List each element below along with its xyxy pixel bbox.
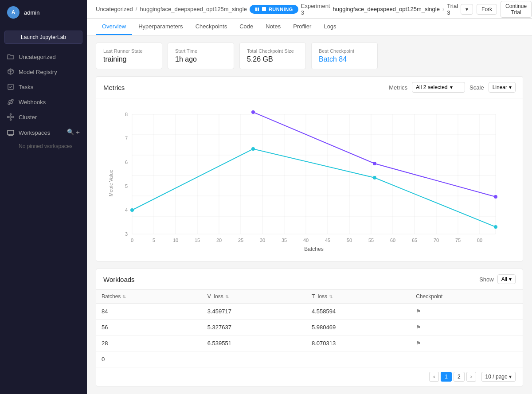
tab-notes[interactable]: Notes <box>259 19 287 35</box>
metrics-title: Metrics <box>103 84 125 91</box>
scale-label: Scale <box>469 84 484 91</box>
tab-logs[interactable]: Logs <box>317 19 342 35</box>
tab-overview[interactable]: Overview <box>96 19 132 35</box>
tab-profiler[interactable]: Profiler <box>287 19 317 35</box>
avatar: A <box>7 6 20 19</box>
launch-jupyterlab-button[interactable]: Launch JupyterLab <box>4 31 82 44</box>
cube-icon <box>7 68 14 75</box>
continue-trial-button[interactable]: Continue Trial <box>501 1 532 18</box>
breadcrumb-uncategorized[interactable]: Uncategorized <box>96 6 133 12</box>
page-2-button[interactable]: 2 <box>454 372 465 382</box>
main-content: Uncategorized / huggingface_deepspeed_op… <box>87 0 532 394</box>
metrics-selector[interactable]: All 2 selected ▾ <box>412 82 465 93</box>
tab-navigation: Overview Hyperparameters Checkpoints Cod… <box>87 19 532 35</box>
cell-batch-0: 0 <box>96 351 202 367</box>
svg-text:6: 6 <box>125 160 128 165</box>
show-label: Show <box>479 276 494 283</box>
workspaces-icon <box>7 129 14 136</box>
add-workspace-icon[interactable]: + <box>76 129 80 137</box>
sidebar: A admin Launch JupyterLab Uncategorized … <box>0 0 87 394</box>
sort-tloss-icon: ⇅ <box>329 294 332 299</box>
pagination: ‹ 1 2 › 10 / page ▾ <box>96 367 523 386</box>
svg-text:60: 60 <box>390 238 395 243</box>
sidebar-item-webhooks[interactable]: Webhooks <box>0 94 87 109</box>
metrics-controls: Metrics All 2 selected ▾ Scale Linear ▾ <box>389 82 516 93</box>
svg-text:40: 40 <box>303 238 309 243</box>
svg-point-2 <box>12 99 13 101</box>
sort-vloss-icon: ⇅ <box>225 294 229 299</box>
sidebar-item-model-registry[interactable]: Model Registry <box>0 64 87 79</box>
stat-value-runner: training <box>103 55 155 63</box>
svg-text:55: 55 <box>368 238 374 243</box>
running-badge: RUNNING <box>250 5 298 14</box>
svg-point-63 <box>373 176 376 179</box>
sidebar-item-tasks[interactable]: Tasks <box>0 79 87 94</box>
col-checkpoint: Checkpoint <box>411 290 523 304</box>
svg-point-4 <box>10 114 12 115</box>
cell-vloss-0 <box>202 351 306 367</box>
cell-vloss-84: 3.459717 <box>202 304 306 320</box>
tab-checkpoints[interactable]: Checkpoints <box>189 19 234 35</box>
svg-text:15: 15 <box>195 238 200 243</box>
svg-text:7: 7 <box>125 136 128 141</box>
svg-rect-10 <box>258 8 259 11</box>
cell-checkpoint-56[interactable]: ⚑ <box>411 320 523 335</box>
svg-point-66 <box>373 162 376 165</box>
stat-last-runner-state: Last Runner State training <box>96 43 162 69</box>
svg-point-62 <box>251 147 255 151</box>
fork-button[interactable]: Fork <box>477 4 497 15</box>
svg-text:5: 5 <box>125 183 128 189</box>
svg-text:30: 30 <box>260 238 265 243</box>
tab-hyperparameters[interactable]: Hyperparameters <box>132 19 189 35</box>
trial-label: Trial 3 <box>447 3 458 16</box>
next-page-button[interactable]: › <box>466 372 476 382</box>
metrics-chart: Metric Value <box>100 105 519 256</box>
breadcrumb-experiment[interactable]: huggingface_deepspeed_opt125m_single <box>140 6 246 12</box>
cell-checkpoint-28[interactable]: ⚑ <box>411 335 523 351</box>
sidebar-item-uncategorized[interactable]: Uncategorized <box>0 49 87 64</box>
workloads-table: Batches ⇅ V loss ⇅ T l <box>96 289 523 367</box>
no-pinned-label: No pinned workspaces <box>0 140 87 152</box>
table-row: 0 <box>96 351 523 367</box>
svg-text:70: 70 <box>434 238 439 243</box>
stat-best-checkpoint: Best Checkpoint Batch 84 <box>311 43 378 69</box>
scale-selector[interactable]: Linear ▾ <box>489 82 516 93</box>
svg-text:65: 65 <box>412 238 417 243</box>
svg-text:Batches: Batches <box>304 246 323 252</box>
search-workspaces-icon[interactable]: 🔍 <box>67 129 74 137</box>
dropdown-arrow-button[interactable]: ▾ <box>461 4 473 15</box>
running-label: RUNNING <box>269 7 293 12</box>
col-v-loss[interactable]: V loss ⇅ <box>202 290 306 304</box>
svg-point-1 <box>8 103 10 105</box>
pause-icon[interactable] <box>255 7 259 12</box>
cell-tloss-0 <box>306 351 411 367</box>
table-row: 56 5.327637 5.980469 ⚑ <box>96 320 523 335</box>
cell-checkpoint-84[interactable]: ⚑ <box>411 304 523 320</box>
stat-value-best: Batch 84 <box>319 55 370 63</box>
cell-tloss-28: 8.070313 <box>306 335 411 351</box>
svg-text:75: 75 <box>455 238 461 243</box>
stop-icon[interactable] <box>262 7 266 11</box>
cell-batch-28: 28 <box>96 335 202 351</box>
sidebar-item-cluster[interactable]: Cluster <box>0 109 87 125</box>
sidebar-nav: Uncategorized Model Registry Tasks Webho… <box>0 49 87 394</box>
experiment-name-label[interactable]: huggingface_deepspeed_opt125m_single <box>332 6 439 12</box>
svg-point-61 <box>130 208 134 212</box>
per-page-selector[interactable]: 10 / page ▾ <box>481 372 516 382</box>
svg-text:5: 5 <box>153 238 155 243</box>
workloads-title: Workloads <box>103 276 135 283</box>
prev-page-button[interactable]: ‹ <box>429 372 439 382</box>
col-t-loss[interactable]: T loss ⇅ <box>306 290 411 304</box>
workspaces-section: Workspaces 🔍 + <box>0 125 87 140</box>
show-selector[interactable]: All ▾ <box>497 274 516 284</box>
chevron-right-icon: › <box>442 6 444 12</box>
svg-text:0: 0 <box>131 238 133 243</box>
stat-label-best: Best Checkpoint <box>319 48 370 54</box>
overview-content: Last Runner State training Start Time 1h… <box>87 35 532 394</box>
chart-container: Metric Value <box>96 98 523 261</box>
tab-code[interactable]: Code <box>233 19 259 35</box>
page-1-button[interactable]: 1 <box>441 372 452 382</box>
metrics-header: Metrics Metrics All 2 selected ▾ Scale L… <box>96 77 523 98</box>
stat-value-checkpoint: 5.26 GB <box>247 55 298 63</box>
col-batches[interactable]: Batches ⇅ <box>96 290 202 304</box>
